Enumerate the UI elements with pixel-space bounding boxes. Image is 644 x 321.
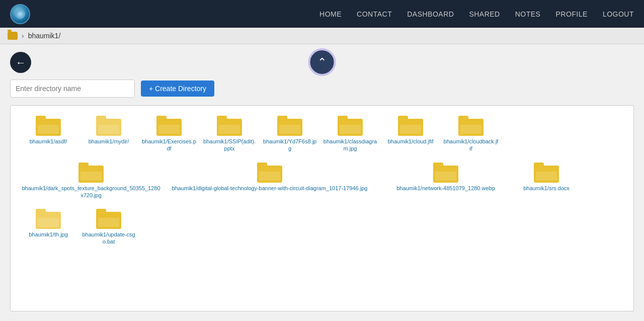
- list-item[interactable]: bhaumik1/cloud.jfif: [380, 113, 441, 147]
- folder-icon: [78, 163, 104, 183]
- list-item[interactable]: bhaumik1/th.jpg: [18, 206, 78, 240]
- breadcrumb-folder-icon: [8, 32, 18, 40]
- breadcrumb-path[interactable]: bhaumik1/: [28, 32, 61, 40]
- list-item[interactable]: bhaumik1/srs.docx: [516, 160, 577, 194]
- nav-profile[interactable]: PROFILE: [555, 10, 587, 18]
- main-content: ← ⌃ + Create Directory bhaumik1/asdf/: [0, 44, 644, 319]
- list-item[interactable]: bhaumik1/Yd7F6s8.jpg: [260, 113, 320, 155]
- file-link[interactable]: bhaumik1/mydir/: [89, 138, 129, 145]
- up-button[interactable]: ⌃: [308, 48, 336, 76]
- list-item[interactable]: bhaumik1/cloudback.jfif: [441, 113, 501, 155]
- file-link[interactable]: bhaumik1/update-csgo.bat: [81, 231, 136, 246]
- folder-icon: [36, 116, 61, 136]
- back-arrow-icon: ←: [16, 57, 26, 68]
- list-item[interactable]: bhaumik1/asdf/: [18, 113, 78, 147]
- folder-icon: [277, 116, 302, 136]
- file-link[interactable]: bhaumik1/cloudback.jfif: [443, 138, 499, 152]
- nav-links: HOME CONTACT DASHBOARD SHARED NOTES PROF…: [319, 10, 634, 19]
- create-directory-button[interactable]: + Create Directory: [141, 81, 214, 97]
- file-link[interactable]: bhaumik1/digital-global-technology-banne…: [172, 185, 368, 192]
- list-item[interactable]: bhaumik1/update-csgo.bat: [78, 206, 139, 248]
- folder-icon: [96, 209, 121, 229]
- up-arrow-icon: ⌃: [317, 56, 327, 69]
- list-item[interactable]: bhaumik1/SSIP(adit).pptx: [199, 113, 260, 155]
- file-link[interactable]: bhaumik1/classdiagram.jpg: [323, 138, 378, 152]
- nav-home[interactable]: HOME: [319, 10, 342, 18]
- folder-icon: [156, 116, 182, 136]
- file-link[interactable]: bhaumik1/Yd7F6s8.jpg: [262, 138, 317, 152]
- folder-icon: [458, 116, 484, 136]
- folder-icon: [338, 116, 363, 136]
- folder-icon: [96, 116, 121, 136]
- folder-icon: [398, 116, 423, 136]
- create-dir-row: + Create Directory: [10, 79, 634, 98]
- logo-inner: [15, 9, 25, 19]
- navbar: HOME CONTACT DASHBOARD SHARED NOTES PROF…: [0, 0, 644, 28]
- list-item[interactable]: bhaumik1/mydir/: [78, 113, 139, 147]
- list-item[interactable]: bhaumik1/digital-global-technology-banne…: [164, 160, 375, 194]
- files-grid: bhaumik1/asdf/ bhaumik1/mydir/ bhaumik1/…: [18, 113, 626, 248]
- folder-icon: [217, 116, 242, 136]
- file-link[interactable]: bhaumik1/asdf/: [30, 138, 67, 145]
- file-link[interactable]: bhaumik1/cloud.jfif: [387, 138, 433, 145]
- list-item[interactable]: bhaumik1/classdiagram.jpg: [320, 113, 380, 155]
- nav-dashboard[interactable]: DASHBOARD: [407, 10, 454, 18]
- logo[interactable]: [10, 4, 30, 24]
- directory-name-input[interactable]: [10, 79, 135, 98]
- nav-logout[interactable]: LOGOUT: [603, 10, 634, 18]
- file-link[interactable]: bhaumik1/network-4851079_1280.webp: [396, 185, 495, 192]
- breadcrumb: › bhaumik1/: [0, 28, 644, 44]
- nav-contact[interactable]: CONTACT: [357, 10, 392, 18]
- nav-shared[interactable]: SHARED: [469, 10, 500, 18]
- list-item[interactable]: bhaumik1/network-4851079_1280.webp: [375, 160, 516, 194]
- nav-notes[interactable]: NOTES: [515, 10, 541, 18]
- file-link[interactable]: bhaumik1/SSIP(adit).pptx: [202, 138, 257, 152]
- list-item[interactable]: bhaumik1/Exercises.pdf: [139, 113, 199, 155]
- folder-icon: [36, 209, 61, 229]
- file-browser: bhaumik1/asdf/ bhaumik1/mydir/ bhaumik1/…: [10, 105, 634, 311]
- file-link[interactable]: bhaumik1/th.jpg: [29, 231, 68, 238]
- folder-icon: [534, 163, 559, 183]
- file-link[interactable]: bhaumik1/dark_spots_texture_background_5…: [21, 185, 162, 199]
- folder-icon: [433, 163, 458, 183]
- file-link[interactable]: bhaumik1/srs.docx: [523, 185, 570, 192]
- breadcrumb-separator: ›: [22, 32, 24, 40]
- back-button[interactable]: ←: [10, 52, 31, 73]
- list-item[interactable]: bhaumik1/dark_spots_texture_background_5…: [18, 160, 164, 202]
- file-link[interactable]: bhaumik1/Exercises.pdf: [141, 138, 197, 152]
- folder-icon: [257, 163, 282, 183]
